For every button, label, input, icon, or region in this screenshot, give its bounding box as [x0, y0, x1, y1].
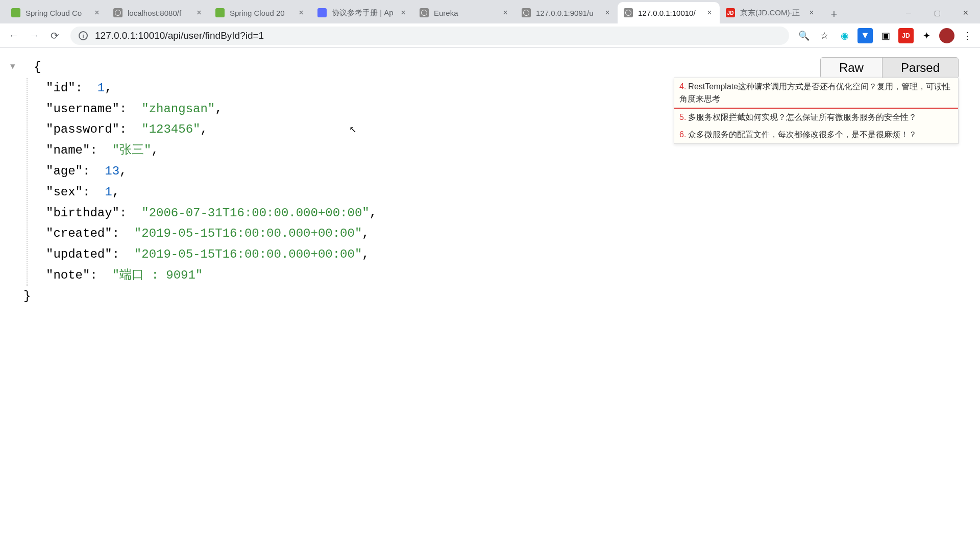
json-key: "updated" [46, 247, 112, 261]
json-value: "zhangsan" [141, 102, 215, 116]
favicon-globe-icon [624, 8, 633, 17]
json-key: "password" [46, 122, 119, 136]
tab-0[interactable]: Spring Cloud Co × [5, 2, 107, 23]
note-row: 6.众多微服务的配置文件，每次都修改很多个，是不是很麻烦！？ [674, 126, 958, 143]
json-key: "created" [46, 227, 112, 240]
tab-3[interactable]: 协议参考手册 | Ap × [311, 2, 413, 23]
tab-5[interactable]: 127.0.0.1:9091/u × [516, 2, 618, 23]
profile-avatar[interactable] [939, 28, 954, 43]
tab-strip: Spring Cloud Co × localhost:8080/f × Spr… [0, 0, 980, 23]
forward-button[interactable]: → [26, 27, 43, 44]
json-key: "note" [46, 268, 90, 282]
json-key: "username" [46, 102, 119, 116]
toolbar: ← → ⟳ i 127.0.0.1:10010/api/user/findByI… [0, 23, 980, 48]
tab-label: Spring Cloud Co [26, 9, 90, 17]
tab-4[interactable]: Eureka × [413, 2, 516, 23]
json-value: "2019-05-15T16:00:00.000+00:00" [134, 227, 362, 240]
collapse-toggle-icon[interactable]: ▼ [10, 60, 20, 74]
close-window-button[interactable]: ✕ [951, 2, 980, 23]
close-icon[interactable]: × [501, 9, 509, 17]
maximize-button[interactable]: ▢ [923, 2, 951, 23]
note-text: 众多微服务的配置文件，每次都修改很多个，是不是很麻烦！？ [688, 130, 917, 139]
favicon-jd-icon: JD [726, 8, 735, 17]
tab-label: 127.0.0.1:10010/ [638, 9, 702, 17]
close-icon[interactable]: × [705, 9, 714, 17]
note-row: 4.RestTemplate这种请求调用方式是否还有优化空间？复用，管理，可读性… [674, 78, 958, 109]
close-icon[interactable]: × [297, 9, 305, 17]
open-brace: { [20, 60, 41, 74]
notes-overlay: 4.RestTemplate这种请求调用方式是否还有优化空间？复用，管理，可读性… [674, 78, 959, 144]
json-value: 13 [105, 164, 119, 178]
url-text: 127.0.0.1:10010/api/user/findById?id=1 [95, 30, 264, 41]
parsed-button[interactable]: Parsed [883, 58, 958, 78]
close-icon[interactable]: × [603, 9, 611, 17]
favicon-spring-icon [215, 8, 225, 17]
window-controls: ─ ▢ ✕ [894, 2, 980, 23]
tab-label: Eureka [434, 9, 498, 17]
zoom-icon[interactable]: 🔍 [796, 28, 812, 43]
view-toggle: Raw Parsed [820, 57, 959, 79]
close-icon[interactable]: × [807, 9, 816, 17]
tab-7[interactable]: JD 京东(JD.COM)-正 × [720, 2, 822, 23]
raw-button[interactable]: Raw [821, 58, 883, 78]
json-value: "张三" [112, 143, 152, 157]
note-row: 5.多服务权限拦截如何实现？怎么保证所有微服务服务的安全性？ [674, 109, 958, 126]
close-icon[interactable]: × [399, 9, 407, 17]
note-number: 6. [679, 130, 686, 139]
note-text: RestTemplate这种请求调用方式是否还有优化空间？复用，管理，可读性角度… [679, 82, 950, 103]
json-value: "2006-07-31T16:00:00.000+00:00" [141, 206, 369, 220]
json-key: "sex" [46, 185, 83, 199]
note-number: 5. [679, 113, 686, 121]
tab-label: Spring Cloud 20 [230, 9, 294, 17]
address-bar[interactable]: i 127.0.0.1:10010/api/user/findById?id=1 [70, 27, 789, 45]
minimize-button[interactable]: ─ [894, 2, 923, 23]
new-tab-button[interactable]: + [825, 5, 843, 23]
favicon-globe-icon [420, 8, 429, 17]
json-value: "2019-05-15T16:00:00.000+00:00" [134, 247, 362, 261]
tab-2[interactable]: Spring Cloud 20 × [209, 2, 311, 23]
note-number: 4. [679, 82, 686, 91]
json-value: "123456" [141, 122, 200, 136]
json-key: "birthday" [46, 206, 119, 220]
favicon-globe-icon [113, 8, 122, 17]
extension-jd-icon[interactable]: JD [898, 28, 914, 43]
mouse-cursor-icon: ↖ [349, 124, 357, 135]
json-value: "端口 : 9091" [112, 268, 203, 282]
json-key: "age" [46, 164, 83, 178]
back-button[interactable]: ← [5, 27, 22, 44]
json-value: 1 [97, 81, 105, 95]
tab-label: localhost:8080/f [128, 9, 192, 17]
json-key: "id" [46, 81, 76, 95]
json-value: 1 [105, 185, 112, 199]
favicon-doc-icon [317, 8, 327, 17]
favicon-spring-icon [11, 8, 20, 17]
tab-1[interactable]: localhost:8080/f × [107, 2, 209, 23]
tab-label: 协议参考手册 | Ap [332, 8, 396, 18]
bookmark-icon[interactable]: ☆ [817, 28, 832, 43]
extension-icon-2[interactable]: ▼ [857, 28, 873, 43]
extensions-puzzle-icon[interactable]: ✦ [919, 28, 934, 43]
close-icon[interactable]: × [195, 9, 203, 17]
menu-icon[interactable]: ⋮ [960, 28, 975, 43]
json-key: "name" [46, 143, 90, 157]
close-brace: } [10, 289, 31, 303]
toolbar-icons: 🔍 ☆ ◉ ▼ ▣ JD ✦ ⋮ [796, 28, 975, 43]
reload-button[interactable]: ⟳ [46, 27, 63, 44]
favicon-globe-icon [522, 8, 531, 17]
extension-icon-1[interactable]: ◉ [837, 28, 852, 43]
tab-label: 127.0.0.1:9091/u [536, 9, 600, 17]
close-icon[interactable]: × [93, 9, 101, 17]
tab-6[interactable]: 127.0.0.1:10010/ × [618, 2, 720, 23]
tab-label: 京东(JD.COM)-正 [740, 8, 804, 18]
site-info-icon[interactable]: i [79, 31, 88, 40]
note-text: 多服务权限拦截如何实现？怎么保证所有微服务服务的安全性？ [688, 113, 917, 121]
extension-icon-3[interactable]: ▣ [878, 28, 893, 43]
